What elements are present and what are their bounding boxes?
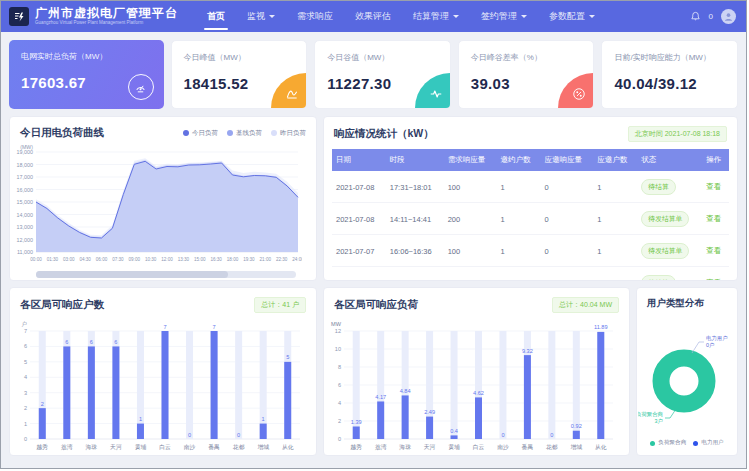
svg-text:4: 4 [338,400,341,406]
svg-text:24:00: 24:00 [292,257,302,262]
svg-text:03:00: 03:00 [63,257,75,262]
status-badge: 待发结算单 [641,211,689,227]
person-icon [723,11,734,22]
svg-text:11,000: 11,000 [17,249,33,255]
district-households-panel: 各区局可响应户数 总计：41 户 01234567户2越秀6荔湾6海珠6天河1黄… [9,287,317,456]
svg-text:南沙: 南沙 [184,444,196,451]
chart-zoom-handle[interactable] [36,271,228,278]
status-badge: 待发结算单 [641,243,689,259]
cell-period: 15:29~15:59 [386,267,444,282]
table-header-cell: 邀约户数 [496,149,540,171]
svg-text:14,000: 14,000 [17,212,34,218]
cell-demand: 200 [444,267,497,282]
table-header-cell: 日期 [332,149,386,171]
nav-item-0[interactable]: 首页 [196,1,236,32]
cell-date: 2021-07-07 [332,235,386,267]
lightning-logo-icon [13,11,25,23]
legend-label: 电力用户 [701,439,723,447]
svg-text:6: 6 [24,343,27,349]
cell-accepted-count: 1 [593,267,637,282]
svg-text:4: 4 [24,374,27,380]
kpi-card-2: 今日谷值（MW）11227.30 [314,40,451,109]
svg-text:1: 1 [139,416,142,422]
legend-label: 负荷聚合商 [658,439,686,447]
legend-dot [650,441,655,446]
cell-accepted-count: 1 [593,171,637,203]
load-curve-chart: 11,00012,00013,00014,00015,00016,00017,0… [10,144,316,270]
svg-text:5: 5 [286,354,289,360]
legend-item[interactable]: 昨日负荷 [271,129,306,138]
page-content: 电网实时总负荷（MW）17603.67今日峰值（MW）18415.52今日谷值（… [1,32,746,464]
svg-text:南沙: 南沙 [497,444,509,451]
chart-zoom-slider[interactable] [36,271,296,278]
user-avatar[interactable] [721,9,736,24]
view-link[interactable]: 查看 [706,182,721,191]
cell-invited: 1 [496,171,540,203]
response-table-title: 响应情况统计（kW） [334,127,434,141]
svg-text:1: 1 [24,421,27,427]
load-curve-legend: 今日负荷基线负荷昨日负荷 [183,129,306,138]
view-link[interactable]: 查看 [706,214,721,223]
svg-text:0.92: 0.92 [571,423,582,429]
svg-text:06:00: 06:00 [96,257,108,262]
user-type-donut-chart: 电力用户0户负荷聚合商3户 [637,314,737,439]
kpi-card-3: 今日峰谷差率（%）39.03 [458,40,595,109]
nav-item-3[interactable]: 效果评估 [344,1,402,32]
table-header-cell: 需求响应量 [444,149,497,171]
legend-dot [227,130,233,136]
cell-period: 16:06~16:36 [386,235,444,267]
svg-text:16:30: 16:30 [210,257,222,262]
view-link[interactable]: 查看 [706,246,721,255]
nav-item-label: 签约管理 [481,10,517,23]
nav-item-4[interactable]: 结算管理 [402,1,470,32]
legend-dot [183,130,189,136]
nav-item-label: 结算管理 [413,10,449,23]
nav-item-2[interactable]: 需求响应 [286,1,344,32]
nav-item-6[interactable]: 参数配置 [538,1,606,32]
cell-accepted-amount: 0 [541,171,594,203]
legend-item[interactable]: 基线负荷 [227,129,262,138]
table-row: 2021-07-0817:31~18:01100101待结算查看 [332,171,729,203]
load-curve-svg: 11,00012,00013,00014,00015,00016,00017,0… [10,144,302,266]
svg-text:00:00: 00:00 [30,257,42,262]
user-type-legend: 负荷聚合商电力用户 [637,439,737,455]
notification-count: 0 [709,12,713,21]
table-header-cell: 应邀户数 [593,149,637,171]
view-link[interactable]: 查看 [706,278,721,281]
cell-demand: 200 [444,203,497,235]
legend-item[interactable]: 负荷聚合商 [650,439,686,447]
cell-accepted-amount: 0 [541,203,594,235]
district-households-chart: 01234567户2越秀6荔湾6海珠6天河1黄埔7白云0南沙7番禺0花都1增城5… [10,317,316,456]
legend-item[interactable]: 电力用户 [693,439,723,447]
nav-item-1[interactable]: 监视 [236,1,286,32]
nav-item-5[interactable]: 签约管理 [470,1,538,32]
load-curve-panel: 今日用电负荷曲线 今日负荷基线负荷昨日负荷 11,00012,00013,000… [9,116,317,281]
legend-label: 今日负荷 [192,129,218,138]
user-type-donut-svg: 电力用户0户负荷聚合商3户 [638,323,736,431]
svg-text:番禺: 番禺 [208,443,220,451]
svg-text:户: 户 [21,321,27,327]
svg-text:从化: 从化 [282,444,294,451]
svg-text:MW: MW [331,321,342,327]
chevron-down-icon [589,15,595,18]
kpi-label: 日前/实时响应能力（MW） [614,52,725,63]
legend-item[interactable]: 今日负荷 [183,129,218,138]
cell-invited: 1 [496,235,540,267]
main-menu: 首页监视需求响应效果评估结算管理签约管理参数配置 [196,1,690,32]
svg-text:09:00: 09:00 [129,257,141,262]
kpi-card-1: 今日峰值（MW）18415.52 [171,40,308,109]
svg-text:白云: 白云 [159,444,171,451]
legend-label: 昨日负荷 [280,129,306,138]
bell-icon[interactable] [690,11,701,22]
chevron-down-icon [269,15,275,18]
svg-text:6: 6 [338,382,341,388]
table-row: 2021-07-0115:29~15:59200101待结算查看 [332,267,729,282]
svg-text:10: 10 [335,346,341,352]
svg-text:11.89: 11.89 [594,324,608,330]
legend-label: 基线负荷 [236,129,262,138]
district-load-panel: 各区局可响应负荷 总计：40.04 MW 024681012MW1.39越秀4.… [323,287,630,456]
kpi-label: 今日峰谷差率（%） [471,52,582,63]
svg-text:13:30: 13:30 [178,257,190,262]
cell-demand: 100 [444,235,497,267]
svg-text:白云: 白云 [473,444,485,451]
